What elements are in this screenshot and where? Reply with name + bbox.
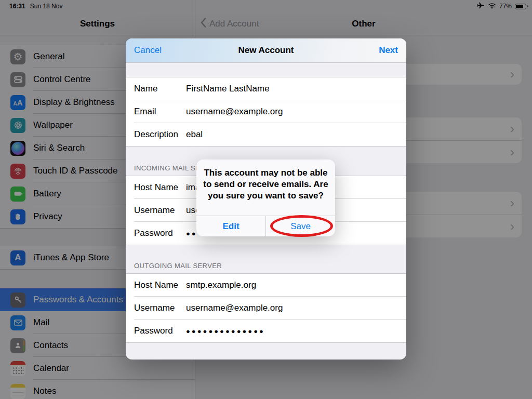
modal-title: New Account [126, 38, 406, 62]
description-field[interactable]: Description ebal [126, 123, 406, 146]
field-value: username@example.org [186, 303, 283, 313]
field-label: Name [134, 84, 186, 94]
outgoing-username-field[interactable]: Username username@example.org [126, 297, 406, 320]
outgoing-host-name-field[interactable]: Host Name smtp.example.org [126, 274, 406, 297]
field-value: smtp.example.org [186, 280, 256, 290]
edit-button[interactable]: Edit [196, 216, 266, 236]
field-value: ebal [186, 129, 203, 140]
modal-nav-bar: Cancel New Account Next [126, 38, 406, 63]
field-value: ●●●●●●●●●●●●●● [186, 327, 265, 335]
field-value: FirstName LastName [186, 84, 270, 94]
outgoing-mail-group: Host Name smtp.example.org Username user… [126, 273, 406, 343]
next-button[interactable]: Next [379, 38, 398, 62]
outgoing-password-field[interactable]: Password ●●●●●●●●●●●●●● [126, 320, 406, 342]
field-label: Host Name [134, 280, 186, 290]
ipad-screen: 16:31 Sun 18 Nov 77% Settings Add Accoun… [0, 0, 532, 399]
field-label: Email [134, 107, 186, 117]
field-value: username@example.org [186, 107, 283, 117]
email-field[interactable]: Email username@example.org [126, 100, 406, 123]
outgoing-mail-server-header: OUTGOING MAIL SERVER [126, 245, 406, 273]
field-label: Username [134, 205, 186, 216]
account-fields-group: Name FirstName LastName Email username@e… [126, 77, 406, 147]
field-value: ●● [186, 230, 197, 237]
field-label: Host Name [134, 182, 186, 193]
save-annotation-ellipse [270, 215, 333, 237]
field-label: Password [134, 228, 186, 238]
name-field[interactable]: Name FirstName LastName [126, 77, 406, 100]
alert-message: This account may not be able to send or … [196, 159, 335, 202]
field-label: Description [134, 129, 186, 140]
field-label: Username [134, 303, 186, 313]
field-label: Password [134, 326, 186, 336]
